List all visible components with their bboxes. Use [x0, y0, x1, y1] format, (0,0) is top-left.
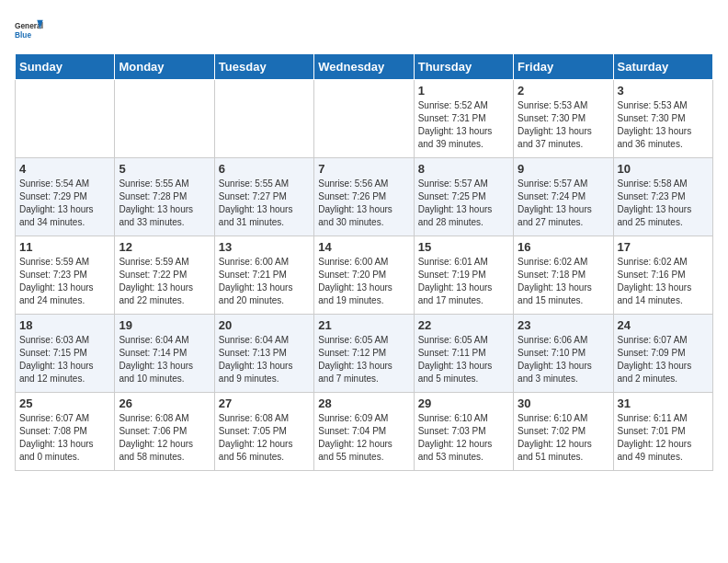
day-info: Sunrise: 6:02 AM Sunset: 7:18 PM Dayligh…	[518, 256, 609, 307]
day-number: 8	[418, 162, 509, 176]
calendar-cell: 7Sunrise: 5:56 AM Sunset: 7:26 PM Daylig…	[314, 158, 414, 236]
calendar-cell: 10Sunrise: 5:58 AM Sunset: 7:23 PM Dayli…	[613, 158, 712, 236]
day-number: 3	[618, 84, 709, 98]
day-number: 12	[119, 240, 210, 254]
day-info: Sunrise: 6:04 AM Sunset: 7:14 PM Dayligh…	[119, 334, 210, 385]
weekday-header-sunday: Sunday	[16, 54, 115, 80]
day-info: Sunrise: 5:54 AM Sunset: 7:29 PM Dayligh…	[19, 178, 110, 229]
day-number: 19	[119, 318, 210, 332]
calendar-cell: 23Sunrise: 6:06 AM Sunset: 7:10 PM Dayli…	[514, 315, 613, 393]
day-number: 23	[518, 318, 609, 332]
calendar-cell: 19Sunrise: 6:04 AM Sunset: 7:14 PM Dayli…	[115, 315, 214, 393]
day-number: 22	[418, 318, 509, 332]
calendar-cell: 31Sunrise: 6:11 AM Sunset: 7:01 PM Dayli…	[613, 393, 712, 471]
calendar-cell: 30Sunrise: 6:10 AM Sunset: 7:02 PM Dayli…	[514, 393, 613, 471]
day-number: 14	[318, 240, 409, 254]
calendar-cell: 25Sunrise: 6:07 AM Sunset: 7:08 PM Dayli…	[16, 393, 115, 471]
day-number: 26	[119, 396, 210, 410]
calendar-cell: 24Sunrise: 6:07 AM Sunset: 7:09 PM Dayli…	[613, 315, 712, 393]
day-number: 9	[518, 162, 609, 176]
calendar-cell: 15Sunrise: 6:01 AM Sunset: 7:19 PM Dayli…	[414, 236, 513, 315]
day-number: 27	[219, 396, 310, 410]
day-number: 29	[418, 396, 509, 410]
calendar-week-row: 1Sunrise: 5:52 AM Sunset: 7:31 PM Daylig…	[16, 80, 713, 158]
calendar-cell	[214, 80, 313, 158]
day-info: Sunrise: 6:02 AM Sunset: 7:16 PM Dayligh…	[618, 256, 709, 307]
day-info: Sunrise: 6:03 AM Sunset: 7:15 PM Dayligh…	[19, 334, 110, 385]
day-number: 5	[119, 162, 210, 176]
calendar-cell: 12Sunrise: 5:59 AM Sunset: 7:22 PM Dayli…	[115, 236, 214, 315]
day-number: 1	[418, 84, 509, 98]
day-info: Sunrise: 5:52 AM Sunset: 7:31 PM Dayligh…	[418, 99, 509, 151]
day-info: Sunrise: 6:09 AM Sunset: 7:04 PM Dayligh…	[318, 412, 409, 464]
day-number: 17	[618, 240, 709, 254]
day-info: Sunrise: 6:08 AM Sunset: 7:05 PM Dayligh…	[219, 412, 310, 464]
calendar-week-row: 18Sunrise: 6:03 AM Sunset: 7:15 PM Dayli…	[16, 315, 713, 393]
calendar-cell: 6Sunrise: 5:55 AM Sunset: 7:27 PM Daylig…	[214, 158, 313, 236]
day-number: 25	[19, 396, 110, 410]
calendar-cell: 14Sunrise: 6:00 AM Sunset: 7:20 PM Dayli…	[314, 236, 414, 315]
calendar-cell: 21Sunrise: 6:05 AM Sunset: 7:12 PM Dayli…	[314, 315, 414, 393]
calendar-cell	[115, 80, 214, 158]
day-info: Sunrise: 5:53 AM Sunset: 7:30 PM Dayligh…	[518, 99, 609, 151]
calendar-cell	[16, 80, 115, 158]
day-info: Sunrise: 6:05 AM Sunset: 7:12 PM Dayligh…	[318, 334, 409, 385]
day-info: Sunrise: 5:57 AM Sunset: 7:25 PM Dayligh…	[418, 178, 509, 229]
calendar-cell: 22Sunrise: 6:05 AM Sunset: 7:11 PM Dayli…	[414, 315, 513, 393]
calendar-cell: 29Sunrise: 6:10 AM Sunset: 7:03 PM Dayli…	[414, 393, 513, 471]
day-info: Sunrise: 5:55 AM Sunset: 7:27 PM Dayligh…	[219, 178, 310, 229]
weekday-header-thursday: Thursday	[414, 54, 513, 80]
calendar-cell: 3Sunrise: 5:53 AM Sunset: 7:30 PM Daylig…	[613, 80, 712, 158]
day-info: Sunrise: 5:56 AM Sunset: 7:26 PM Dayligh…	[318, 178, 409, 229]
weekday-header-wednesday: Wednesday	[314, 54, 414, 80]
day-number: 10	[618, 162, 709, 176]
svg-text:Blue: Blue	[15, 30, 31, 40]
weekday-header-saturday: Saturday	[613, 54, 712, 80]
day-number: 7	[318, 162, 409, 176]
weekday-header-tuesday: Tuesday	[214, 54, 313, 80]
calendar-cell: 1Sunrise: 5:52 AM Sunset: 7:31 PM Daylig…	[414, 80, 513, 158]
day-info: Sunrise: 6:00 AM Sunset: 7:21 PM Dayligh…	[219, 256, 310, 307]
weekday-header-monday: Monday	[115, 54, 214, 80]
day-info: Sunrise: 6:07 AM Sunset: 7:08 PM Dayligh…	[19, 412, 110, 464]
calendar-cell: 18Sunrise: 6:03 AM Sunset: 7:15 PM Dayli…	[16, 315, 115, 393]
day-info: Sunrise: 5:55 AM Sunset: 7:28 PM Dayligh…	[119, 178, 210, 229]
day-number: 6	[219, 162, 310, 176]
calendar-cell: 13Sunrise: 6:00 AM Sunset: 7:21 PM Dayli…	[214, 236, 313, 315]
day-info: Sunrise: 6:10 AM Sunset: 7:02 PM Dayligh…	[518, 412, 609, 464]
logo: GeneralBlue	[15, 15, 44, 44]
calendar-cell: 20Sunrise: 6:04 AM Sunset: 7:13 PM Dayli…	[214, 315, 313, 393]
calendar-cell	[314, 80, 414, 158]
calendar-week-row: 4Sunrise: 5:54 AM Sunset: 7:29 PM Daylig…	[16, 158, 713, 236]
day-number: 31	[618, 396, 709, 410]
calendar-cell: 26Sunrise: 6:08 AM Sunset: 7:06 PM Dayli…	[115, 393, 214, 471]
day-info: Sunrise: 5:59 AM Sunset: 7:23 PM Dayligh…	[19, 256, 110, 307]
day-number: 28	[318, 396, 409, 410]
day-info: Sunrise: 6:08 AM Sunset: 7:06 PM Dayligh…	[119, 412, 210, 464]
day-info: Sunrise: 5:57 AM Sunset: 7:24 PM Dayligh…	[518, 178, 609, 229]
calendar-table: SundayMondayTuesdayWednesdayThursdayFrid…	[15, 53, 713, 471]
calendar-cell: 11Sunrise: 5:59 AM Sunset: 7:23 PM Dayli…	[16, 236, 115, 315]
day-info: Sunrise: 6:05 AM Sunset: 7:11 PM Dayligh…	[418, 334, 509, 385]
day-number: 2	[518, 84, 609, 98]
day-number: 15	[418, 240, 509, 254]
day-info: Sunrise: 6:04 AM Sunset: 7:13 PM Dayligh…	[219, 334, 310, 385]
day-info: Sunrise: 6:07 AM Sunset: 7:09 PM Dayligh…	[618, 334, 709, 385]
calendar-cell: 5Sunrise: 5:55 AM Sunset: 7:28 PM Daylig…	[115, 158, 214, 236]
calendar-cell: 28Sunrise: 6:09 AM Sunset: 7:04 PM Dayli…	[314, 393, 414, 471]
calendar-cell: 8Sunrise: 5:57 AM Sunset: 7:25 PM Daylig…	[414, 158, 513, 236]
day-number: 18	[19, 318, 110, 332]
day-number: 20	[219, 318, 310, 332]
calendar-cell: 27Sunrise: 6:08 AM Sunset: 7:05 PM Dayli…	[214, 393, 313, 471]
calendar-week-row: 11Sunrise: 5:59 AM Sunset: 7:23 PM Dayli…	[16, 236, 713, 315]
day-number: 13	[219, 240, 310, 254]
day-info: Sunrise: 5:53 AM Sunset: 7:30 PM Dayligh…	[618, 99, 709, 151]
calendar-cell: 2Sunrise: 5:53 AM Sunset: 7:30 PM Daylig…	[514, 80, 613, 158]
day-number: 24	[618, 318, 709, 332]
calendar-cell: 17Sunrise: 6:02 AM Sunset: 7:16 PM Dayli…	[613, 236, 712, 315]
calendar-cell: 4Sunrise: 5:54 AM Sunset: 7:29 PM Daylig…	[16, 158, 115, 236]
day-info: Sunrise: 6:06 AM Sunset: 7:10 PM Dayligh…	[518, 334, 609, 385]
calendar-week-row: 25Sunrise: 6:07 AM Sunset: 7:08 PM Dayli…	[16, 393, 713, 471]
calendar-cell: 9Sunrise: 5:57 AM Sunset: 7:24 PM Daylig…	[514, 158, 613, 236]
day-info: Sunrise: 6:10 AM Sunset: 7:03 PM Dayligh…	[418, 412, 509, 464]
